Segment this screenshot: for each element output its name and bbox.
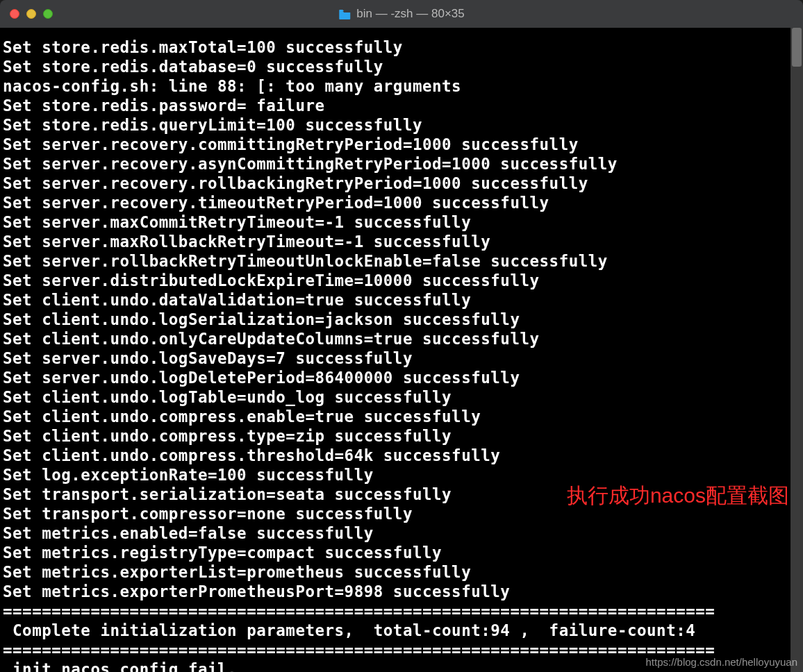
window-controls bbox=[10, 9, 53, 19]
folder-icon bbox=[338, 9, 351, 19]
maximize-icon[interactable] bbox=[43, 9, 53, 19]
terminal-line: Set server.distributedLockExpireTime=100… bbox=[3, 271, 800, 290]
close-icon[interactable] bbox=[10, 9, 19, 19]
terminal-line: Set client.undo.compress.type=zip succes… bbox=[3, 426, 800, 446]
terminal-line: Set client.undo.logTable=undo_log succes… bbox=[3, 387, 800, 407]
terminal-line: ========================================… bbox=[3, 601, 800, 621]
terminal-line: Set server.recovery.asynCommittingRetryP… bbox=[3, 154, 800, 174]
terminal-line: Set client.undo.onlyCareUpdateColumns=tr… bbox=[3, 329, 800, 348]
terminal-line: Set client.undo.dataValidation=true succ… bbox=[3, 290, 800, 310]
scrollbar-track[interactable] bbox=[790, 28, 803, 672]
terminal-line: nacos-config.sh: line 88: [: too many ar… bbox=[3, 76, 800, 96]
minimize-icon[interactable] bbox=[26, 9, 36, 19]
terminal-line: Set server.undo.logSaveDays=7 successful… bbox=[3, 348, 800, 368]
terminal-line: Set metrics.enabled=false successfully bbox=[3, 523, 800, 543]
terminal-line: Set server.rollbackRetryTimeoutUnlockEna… bbox=[3, 251, 800, 271]
terminal-line: Set server.recovery.rollbackingRetryPeri… bbox=[3, 174, 800, 193]
terminal-window: bin — -zsh — 80×35 Set store.redis.maxTo… bbox=[0, 0, 803, 672]
terminal-line: Set client.undo.compress.threshold=64k s… bbox=[3, 446, 800, 465]
terminal-line: Set server.undo.logDeletePeriod=86400000… bbox=[3, 368, 800, 387]
terminal-line: Complete initialization parameters, tota… bbox=[3, 621, 800, 640]
terminal-line: Set metrics.exporterList=prometheus succ… bbox=[3, 562, 800, 582]
terminal-line: Set server.recovery.timeoutRetryPeriod=1… bbox=[3, 193, 800, 212]
terminal-line: Set metrics.registryType=compact success… bbox=[3, 543, 800, 562]
terminal-line: Set store.redis.queryLimit=100 successfu… bbox=[3, 115, 800, 135]
scrollbar-thumb[interactable] bbox=[792, 28, 802, 67]
terminal-body[interactable]: Set store.redis.maxTotal=100 successfull… bbox=[0, 28, 803, 672]
terminal-line: Set client.undo.compress.enable=true suc… bbox=[3, 407, 800, 426]
window-title-text: bin — -zsh — 80×35 bbox=[356, 7, 464, 21]
annotation-label: 执行成功nacos配置截图 bbox=[567, 482, 789, 510]
terminal-line: Set server.maxCommitRetryTimeout=-1 succ… bbox=[3, 212, 800, 232]
window-title: bin — -zsh — 80×35 bbox=[338, 7, 464, 21]
terminal-line: Set store.redis.database=0 successfully bbox=[3, 57, 800, 76]
terminal-line: Set server.maxRollbackRetryTimeout=-1 su… bbox=[3, 232, 800, 251]
watermark-text: https://blog.csdn.net/helloyuyuan bbox=[646, 656, 797, 668]
terminal-line: Set store.redis.maxTotal=100 successfull… bbox=[3, 37, 800, 57]
terminal-line: Set server.recovery.committingRetryPerio… bbox=[3, 135, 800, 154]
titlebar[interactable]: bin — -zsh — 80×35 bbox=[0, 0, 803, 28]
terminal-line: Set client.undo.logSerialization=jackson… bbox=[3, 310, 800, 329]
terminal-line: Set metrics.exporterPrometheusPort=9898 … bbox=[3, 582, 800, 601]
terminal-line: Set store.redis.password= failure bbox=[3, 96, 800, 115]
terminal-output: Set store.redis.maxTotal=100 successfull… bbox=[0, 28, 803, 672]
